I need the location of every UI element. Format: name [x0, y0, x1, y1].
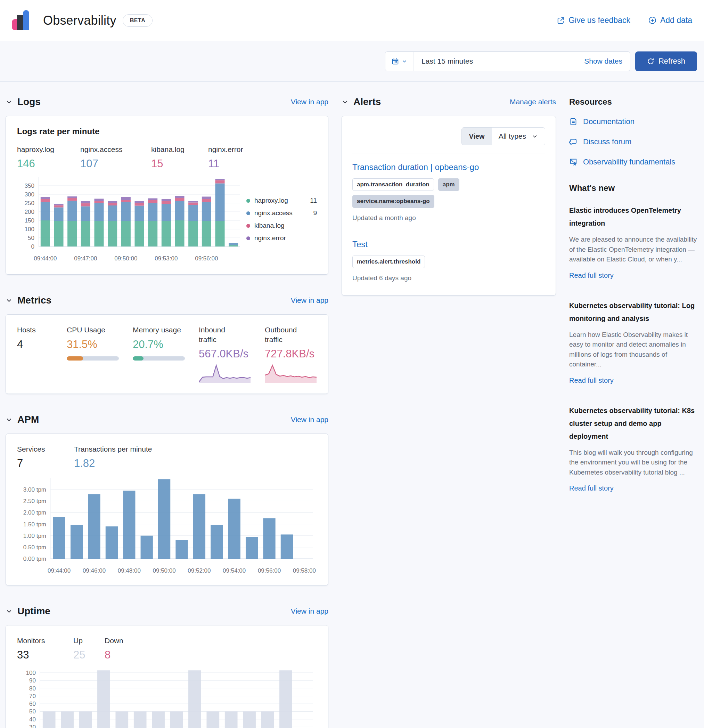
read-full-story-link[interactable]: Read full story — [569, 484, 614, 492]
svg-text:09:54:00: 09:54:00 — [223, 568, 246, 574]
news-excerpt: We are pleased to announce the availabil… — [569, 235, 698, 264]
logs-stat: kibana.log 15 — [151, 144, 193, 170]
inbound-traffic-stat: Inbound traffic 567.0KB/s — [199, 325, 251, 384]
refresh-icon — [647, 58, 654, 65]
news-excerpt: This blog will walk you through configur… — [569, 448, 698, 478]
legend-item: nginx.error — [247, 234, 317, 242]
logs-card-title: Logs rate per minute — [17, 127, 317, 136]
alert-badge: apm — [438, 178, 459, 191]
metrics-section-title: Metrics — [17, 295, 52, 306]
legend-item: nginx.access 9 — [247, 209, 317, 217]
observability-logo-icon — [12, 10, 32, 31]
svg-text:09:58:00: 09:58:00 — [293, 568, 316, 574]
read-full-story-link[interactable]: Read full story — [569, 377, 614, 384]
svg-text:300: 300 — [25, 191, 35, 198]
svg-text:250: 250 — [25, 200, 35, 207]
services-stat: Services 7 — [17, 444, 59, 470]
alert-badge: metrics.alert.threshold — [352, 256, 425, 268]
collapse-chevron-icon[interactable] — [6, 416, 13, 423]
time-filter-bar: Last 15 minutes Show dates Refresh — [0, 41, 704, 82]
page-title: Observability — [43, 13, 117, 28]
collapse-chevron-icon[interactable] — [342, 98, 349, 105]
apm-section: APM View in app Services 7 Transactions … — [6, 414, 328, 585]
collapse-chevron-icon[interactable] — [6, 608, 13, 615]
alert-item: Test metrics.alert.threshold Updated 6 d… — [352, 231, 545, 285]
svg-text:0.00 tpm: 0.00 tpm — [23, 556, 46, 562]
metrics-card: Hosts 4 CPU Usage 31.5% Memory usage 20.… — [6, 314, 328, 394]
svg-text:2.00 tpm: 2.00 tpm — [23, 510, 46, 516]
resources-title: Resources — [569, 97, 698, 107]
tpm-stat: Transactions per minute 1.82 — [74, 444, 152, 470]
svg-text:09:56:00: 09:56:00 — [195, 255, 218, 262]
monitors-stat: Monitors 33 — [17, 636, 58, 661]
refresh-button[interactable]: Refresh — [635, 52, 697, 71]
outbound-traffic-sparkline — [265, 363, 317, 384]
svg-text:200: 200 — [25, 209, 35, 215]
date-picker: Last 15 minutes Show dates — [385, 52, 630, 71]
svg-text:0: 0 — [31, 243, 35, 250]
calendar-dropdown-button[interactable] — [385, 52, 414, 71]
svg-text:100: 100 — [26, 670, 36, 676]
logs-view-in-app-link[interactable]: View in app — [291, 98, 328, 106]
add-data-link[interactable]: Add data — [648, 16, 692, 25]
beta-badge: BETA — [123, 14, 153, 27]
memory-usage-stat: Memory usage 20.7% — [133, 325, 185, 384]
uptime-section: Uptime View in app Monitors 33 Up 25 Dow… — [6, 606, 328, 728]
alert-badge: apm.transaction_duration — [352, 178, 434, 191]
svg-text:0.50 tpm: 0.50 tpm — [23, 544, 46, 551]
svg-text:70: 70 — [29, 693, 36, 699]
documentation-link[interactable]: Documentation — [569, 117, 698, 126]
give-feedback-link[interactable]: Give us feedback — [557, 16, 630, 25]
app-header: Observability BETA Give us feedback Add … — [0, 0, 704, 41]
alert-title-link[interactable]: Transaction duration | opbeans-go — [352, 162, 479, 172]
logs-chart-legend: haproxy.log 11 nginx.access 9 kibana.log — [247, 192, 317, 247]
discuss-icon — [569, 138, 577, 146]
apm-view-in-app-link[interactable]: View in app — [291, 416, 328, 424]
read-full-story-link[interactable]: Read full story — [569, 272, 614, 280]
alert-badge: service.name:opbeans-go — [352, 195, 434, 208]
logs-stat: haproxy.log 146 — [17, 144, 65, 170]
logs-section-title: Logs — [17, 96, 40, 107]
news-item: Kubernetes observability tutorial: Log m… — [569, 290, 698, 395]
alerts-section-title: Alerts — [353, 96, 381, 107]
manage-alerts-link[interactable]: Manage alerts — [510, 98, 556, 106]
show-dates-link[interactable]: Show dates — [577, 57, 630, 65]
svg-text:09:50:00: 09:50:00 — [114, 255, 137, 262]
metrics-view-in-app-link[interactable]: View in app — [291, 296, 328, 305]
svg-text:09:52:00: 09:52:00 — [188, 568, 211, 574]
discuss-icon-link[interactable]: Discuss forum — [569, 137, 698, 146]
news-title: Kubernetes observability tutorial: Log m… — [569, 299, 698, 325]
time-range-value[interactable]: Last 15 minutes — [414, 57, 577, 65]
svg-text:09:50:00: 09:50:00 — [153, 568, 176, 574]
collapse-chevron-icon[interactable] — [6, 297, 13, 304]
inbound-traffic-sparkline — [199, 363, 251, 384]
uptime-view-in-app-link[interactable]: View in app — [291, 607, 328, 615]
chevron-down-icon — [402, 58, 407, 64]
legend-dot — [247, 211, 250, 215]
svg-text:09:53:00: 09:53:00 — [154, 255, 177, 262]
alerts-card: View All types Transaction duration | op… — [342, 116, 556, 296]
svg-text:3.00 tpm: 3.00 tpm — [23, 486, 46, 493]
alert-title-link[interactable]: Test — [352, 240, 368, 249]
svg-text:50: 50 — [29, 709, 36, 715]
logs-stat: nginx.access 107 — [80, 144, 136, 170]
cpu-usage-gauge — [67, 356, 119, 361]
legend-dot — [247, 236, 250, 240]
alert-updated-text: Updated a month ago — [352, 214, 545, 222]
svg-text:350: 350 — [25, 182, 35, 189]
alert-type-select[interactable]: View All types — [462, 127, 545, 145]
logs-section: Logs View in app Logs rate per minute ha… — [6, 96, 328, 274]
news-title: Kubernetes observability tutorial: K8s c… — [569, 404, 698, 443]
news-item: Elastic introduces OpenTelemetry integra… — [569, 195, 698, 290]
memory-usage-gauge — [133, 356, 185, 361]
svg-text:50: 50 — [28, 235, 35, 241]
svg-text:30: 30 — [29, 724, 36, 728]
news-excerpt: Learn how Elastic Observability makes it… — [569, 330, 698, 370]
collapse-chevron-icon[interactable] — [6, 98, 13, 105]
svg-text:1.50 tpm: 1.50 tpm — [23, 521, 46, 528]
legend-dot — [247, 224, 250, 228]
whats-new-title: What's new — [569, 183, 698, 193]
svg-text:09:44:00: 09:44:00 — [34, 255, 57, 262]
training-link[interactable]: Observability fundamentals — [569, 157, 698, 166]
svg-text:100: 100 — [25, 226, 35, 233]
